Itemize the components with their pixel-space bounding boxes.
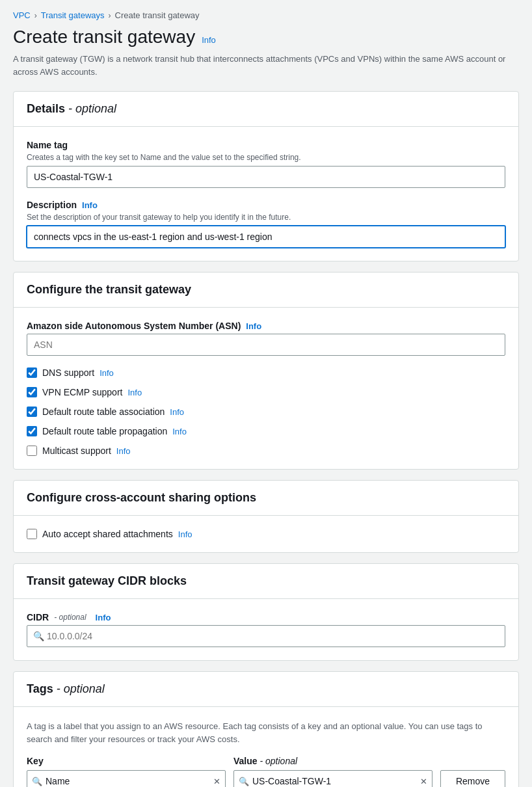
page-title-row: Create transit gateway Info [13, 27, 519, 47]
cidr-section: Transit gateway CIDR blocks CIDR - optio… [13, 563, 519, 661]
configure-section-header: Configure the transit gateway [14, 273, 518, 308]
name-tag-hint: Creates a tag with the key set to Name a… [27, 153, 505, 162]
tags-section-body: A tag is a label that you assign to an A… [14, 707, 518, 787]
default-route-prop-row: Default route table propagation Info [27, 426, 505, 436]
description-input[interactable] [27, 226, 505, 248]
description-group: Description Info Set the description of … [27, 200, 505, 248]
cross-account-section-title: Configure cross-account sharing options [27, 491, 256, 504]
cidr-group: CIDR - optional Info 🔍 [27, 612, 505, 647]
cidr-search-icon: 🔍 [33, 631, 44, 641]
details-section-header: Details - optional [14, 92, 518, 127]
name-tag-label: Name tag [27, 140, 505, 150]
description-hint: Set the description of your transit gate… [27, 213, 505, 222]
multicast-label: Multicast support [42, 446, 111, 456]
dns-support-info-link[interactable]: Info [100, 368, 114, 378]
cross-account-section: Configure cross-account sharing options … [13, 480, 519, 553]
tag-value-search-icon: 🔍 [239, 777, 249, 786]
cidr-label: CIDR - optional Info [27, 612, 505, 622]
configure-section-body: Amazon side Autonomous System Number (AS… [14, 308, 518, 469]
page-description: A transit gateway (TGW) is a network tra… [13, 53, 519, 78]
breadcrumb-sep-2: › [109, 11, 111, 20]
dns-support-checkbox[interactable] [27, 367, 37, 378]
tags-section-header: Tags - optional [14, 672, 518, 707]
vpn-ecmp-row: VPN ECMP support Info [27, 387, 505, 397]
details-section-body: Name tag Creates a tag with the key set … [14, 127, 518, 261]
default-route-assoc-checkbox[interactable] [27, 407, 37, 417]
tag-remove-button[interactable]: Remove [440, 770, 505, 787]
configure-section: Configure the transit gateway Amazon sid… [13, 272, 519, 470]
dns-support-label: DNS support [42, 367, 94, 378]
default-route-prop-label: Default route table propagation [42, 426, 167, 436]
default-route-assoc-info-link[interactable]: Info [170, 407, 184, 417]
cidr-input-wrap: 🔍 [27, 625, 505, 647]
asn-group: Amazon side Autonomous System Number (AS… [27, 321, 505, 356]
cidr-section-title: Transit gateway CIDR blocks [27, 574, 187, 587]
tag-key-clear-icon[interactable]: ✕ [213, 777, 220, 786]
vpn-ecmp-checkbox[interactable] [27, 387, 37, 397]
tag-key-search-icon: 🔍 [32, 777, 42, 786]
breadcrumb-current: Create transit gateway [115, 10, 200, 20]
default-route-assoc-row: Default route table association Info [27, 407, 505, 417]
tag-key-wrap: 🔍 ✕ [27, 770, 226, 787]
breadcrumb-transit-gateways[interactable]: Transit gateways [41, 10, 105, 20]
tag-key-input[interactable] [27, 770, 226, 787]
page-title: Create transit gateway [13, 27, 195, 47]
description-label: Description Info [27, 200, 505, 210]
tags-description: A tag is a label that you assign to an A… [27, 720, 505, 745]
auto-accept-checkbox[interactable] [27, 529, 37, 539]
details-section-title: Details - optional [27, 102, 116, 115]
vpn-ecmp-info-link[interactable]: Info [127, 388, 142, 397]
asn-label: Amazon side Autonomous System Number (AS… [27, 321, 505, 331]
default-route-assoc-label: Default route table association [42, 407, 165, 417]
details-section: Details - optional Name tag Creates a ta… [13, 91, 519, 261]
auto-accept-row: Auto accept shared attachments Info [27, 529, 505, 539]
configure-section-title: Configure the transit gateway [27, 283, 191, 296]
tags-key-col-label: Key [27, 756, 226, 766]
vpn-ecmp-label: VPN ECMP support [42, 387, 122, 397]
tags-section-title: Tags - optional [27, 682, 105, 695]
cross-account-section-body: Auto accept shared attachments Info [14, 516, 518, 552]
auto-accept-label: Auto accept shared attachments [42, 529, 173, 539]
name-tag-group: Name tag Creates a tag with the key set … [27, 140, 505, 188]
default-route-prop-checkbox[interactable] [27, 426, 37, 436]
tags-value-col-label: Value - optional [233, 756, 432, 766]
default-route-prop-info-link[interactable]: Info [172, 427, 187, 436]
description-info-link[interactable]: Info [82, 200, 98, 210]
name-tag-input[interactable] [27, 166, 505, 188]
breadcrumb-sep-1: › [34, 11, 37, 20]
cidr-info-link[interactable]: Info [96, 613, 111, 622]
page-info-link[interactable]: Info [202, 35, 216, 45]
multicast-info-link[interactable]: Info [116, 446, 131, 456]
cross-account-section-header: Configure cross-account sharing options [14, 481, 518, 516]
cidr-input[interactable] [27, 625, 505, 647]
tag-value-input[interactable] [233, 770, 432, 787]
cidr-section-header: Transit gateway CIDR blocks [14, 564, 518, 599]
auto-accept-info-link[interactable]: Info [178, 529, 193, 539]
tag-value-wrap: 🔍 ✕ [233, 770, 432, 787]
asn-input[interactable] [27, 334, 505, 356]
multicast-row: Multicast support Info [27, 446, 505, 456]
tag-value-clear-icon[interactable]: ✕ [420, 777, 427, 786]
asn-info-link[interactable]: Info [246, 321, 261, 331]
tags-row-header: Key Value - optional [27, 756, 505, 766]
multicast-checkbox[interactable] [27, 446, 37, 456]
tag-row: 🔍 ✕ 🔍 ✕ Remove [27, 770, 505, 787]
cidr-section-body: CIDR - optional Info 🔍 [14, 599, 518, 660]
tags-section: Tags - optional A tag is a label that yo… [13, 671, 519, 787]
breadcrumb: VPC › Transit gateways › Create transit … [13, 10, 519, 20]
breadcrumb-vpc[interactable]: VPC [13, 10, 31, 20]
dns-support-row: DNS support Info [27, 367, 505, 378]
